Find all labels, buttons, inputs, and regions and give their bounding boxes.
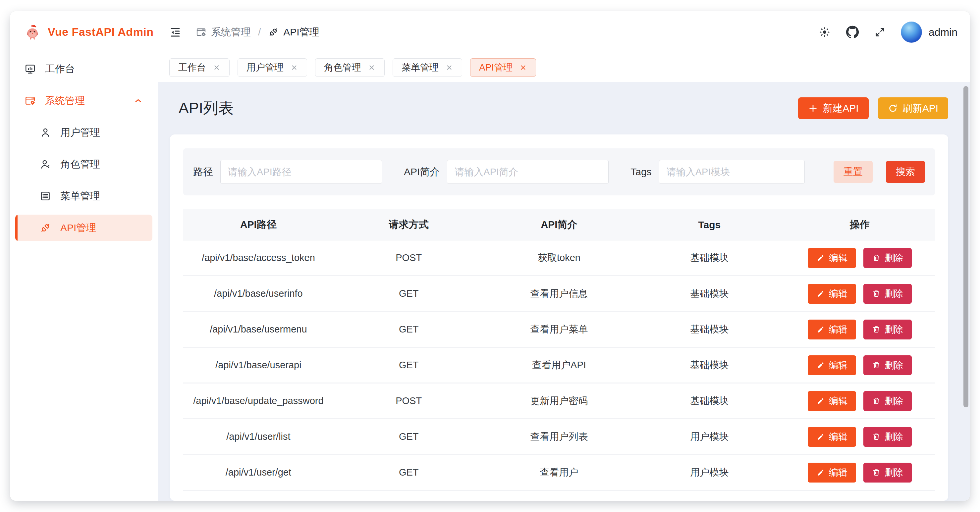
list-icon: [40, 191, 51, 202]
sidebar-item-workbench[interactable]: 工作台: [15, 56, 153, 82]
plug-icon: [40, 222, 51, 234]
close-icon[interactable]: [445, 64, 453, 72]
table-row: /api/v1/user/get GET 查看用户 用户模块 编辑 删除: [183, 455, 935, 491]
edit-button[interactable]: 编辑: [808, 355, 856, 375]
sidebar-item-label: 角色管理: [60, 157, 100, 171]
github-button[interactable]: [846, 25, 859, 39]
github-icon: [846, 25, 859, 39]
trash-icon: [872, 361, 881, 370]
avatar: [901, 22, 922, 43]
pencil-icon: [816, 361, 825, 370]
trash-icon: [872, 254, 881, 262]
sidebar-item-system-management[interactable]: 系统管理: [15, 87, 153, 114]
plug-icon: [268, 27, 278, 37]
tags-label: Tags: [630, 166, 651, 178]
window-gear-icon: [24, 95, 36, 106]
expand-icon: [874, 27, 886, 38]
pencil-icon: [816, 254, 825, 262]
content: API列表 新建API 刷新API 路径: [158, 82, 970, 501]
delete-button[interactable]: 删除: [863, 355, 912, 375]
trash-icon: [872, 432, 881, 441]
breadcrumb-system-management[interactable]: 系统管理: [196, 25, 251, 39]
breadcrumb: 系统管理 / API管理: [196, 25, 320, 39]
sidebar-item-api-management[interactable]: API管理: [15, 215, 153, 241]
theme-toggle-button[interactable]: [819, 26, 830, 38]
edit-button[interactable]: 编辑: [808, 284, 856, 304]
sidebar-item-menu-management[interactable]: 菜单管理: [15, 183, 153, 209]
page-actions: 新建API 刷新API: [798, 97, 948, 119]
vertical-scrollbar-thumb[interactable]: [963, 86, 969, 407]
edit-button[interactable]: 编辑: [808, 320, 856, 339]
page-title: API列表: [178, 98, 234, 119]
search-button[interactable]: 搜索: [886, 161, 925, 183]
page-header: API列表 新建API 刷新API: [170, 82, 948, 134]
pencil-icon: [816, 397, 825, 405]
summary-label: API简介: [404, 165, 440, 179]
pencil-icon: [816, 325, 825, 334]
table-row: /api/v1/base/userapi GET 查看用户API 基础模块 编辑…: [183, 348, 935, 383]
table-header: API路径 请求方式 API简介 Tags 操作: [183, 209, 935, 240]
topbar-actions: admin: [819, 22, 958, 43]
delete-button[interactable]: 删除: [863, 391, 912, 411]
reset-button[interactable]: 重置: [834, 161, 873, 183]
app-window: Vue FastAPI Admin 工作台 系统管理 用户管理 角色管理: [10, 11, 970, 501]
path-input[interactable]: [220, 160, 382, 184]
topbar: 系统管理 / API管理: [158, 11, 970, 53]
chick-logo-icon: [24, 23, 41, 40]
tab-menu-management[interactable]: 菜单管理: [393, 58, 462, 77]
col-path: API路径: [183, 209, 334, 240]
trash-icon: [872, 468, 881, 477]
delete-button[interactable]: 删除: [863, 248, 912, 268]
col-summary: API简介: [484, 209, 635, 240]
plus-icon: [808, 103, 818, 113]
delete-button[interactable]: 删除: [863, 427, 912, 447]
sun-icon: [819, 26, 830, 38]
sidebar-item-label: 工作台: [45, 62, 75, 76]
delete-button[interactable]: 删除: [863, 320, 912, 339]
table-row: /api/v1/base/usermenu GET 查看用户菜单 基础模块 编辑…: [183, 312, 935, 348]
pencil-icon: [816, 289, 825, 298]
breadcrumb-api-management[interactable]: API管理: [268, 25, 319, 39]
edit-button[interactable]: 编辑: [808, 248, 856, 268]
col-actions: 操作: [784, 209, 935, 240]
sidebar-collapse-button[interactable]: [169, 26, 181, 38]
path-label: 路径: [193, 165, 213, 179]
trash-icon: [872, 397, 881, 405]
close-icon[interactable]: [290, 64, 298, 72]
app-logo[interactable]: Vue FastAPI Admin: [10, 11, 158, 52]
app-title: Vue FastAPI Admin: [48, 25, 154, 38]
fullscreen-button[interactable]: [874, 27, 886, 38]
refresh-icon: [888, 103, 898, 113]
sidebar-item-user-management[interactable]: 用户管理: [15, 119, 153, 146]
sidebar-item-role-management[interactable]: 角色管理: [15, 151, 153, 178]
edit-button[interactable]: 编辑: [808, 427, 856, 447]
tab-role-management[interactable]: 角色管理: [315, 58, 385, 77]
refresh-api-button[interactable]: 刷新API: [878, 97, 948, 119]
tab-api-management[interactable]: API管理: [470, 58, 536, 77]
filter-tags: Tags: [630, 160, 804, 184]
close-icon[interactable]: [519, 64, 527, 72]
sidebar-item-label: 用户管理: [60, 126, 100, 140]
edit-button[interactable]: 编辑: [808, 391, 856, 411]
menu-fold-icon: [169, 26, 181, 38]
delete-button[interactable]: 删除: [863, 463, 912, 483]
tags-input[interactable]: [659, 160, 805, 184]
edit-button[interactable]: 编辑: [808, 463, 856, 483]
window-gear-icon: [196, 27, 207, 37]
sidebar-item-label: 系统管理: [45, 94, 85, 108]
sidebar: Vue FastAPI Admin 工作台 系统管理 用户管理 角色管理: [10, 11, 158, 501]
create-api-button[interactable]: 新建API: [798, 97, 869, 119]
person-icon: [40, 127, 51, 138]
summary-input[interactable]: [447, 160, 609, 184]
close-icon[interactable]: [213, 64, 221, 72]
close-icon[interactable]: [368, 64, 376, 72]
tab-workbench[interactable]: 工作台: [169, 58, 230, 77]
delete-button[interactable]: 删除: [863, 284, 912, 304]
col-tags: Tags: [634, 209, 784, 240]
main-area: 系统管理 / API管理: [158, 11, 970, 501]
sidebar-item-label: 菜单管理: [60, 189, 100, 203]
user-menu[interactable]: admin: [901, 22, 958, 43]
pencil-icon: [816, 432, 825, 441]
tab-user-management[interactable]: 用户管理: [237, 58, 307, 77]
table-row: /api/v1/user/list GET 查看用户列表 用户模块 编辑 删除: [183, 419, 935, 455]
